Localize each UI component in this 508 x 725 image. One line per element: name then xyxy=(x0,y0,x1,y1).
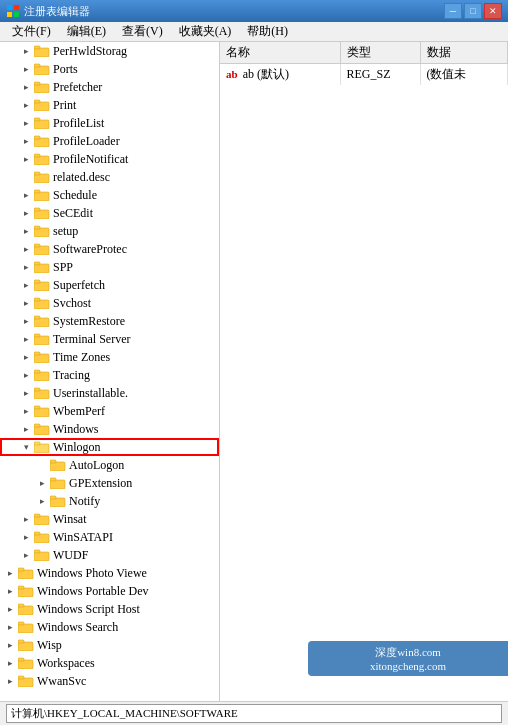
folder-icon-ProfileLoader xyxy=(34,135,50,147)
close-button[interactable]: ✕ xyxy=(484,3,502,19)
tree-label-Superfetch: Superfetch xyxy=(53,278,105,293)
tree-item-WindowsScriptHost[interactable]: ▸ Windows Script Host xyxy=(0,600,219,618)
expand-icon-GPExtension[interactable]: ▸ xyxy=(36,477,48,489)
tree-label-WindowsScriptHost: Windows Script Host xyxy=(37,602,140,617)
menu-view[interactable]: 查看(V) xyxy=(114,21,171,42)
tree-item-setup[interactable]: ▸ setup xyxy=(0,222,219,240)
expand-icon-Wisp[interactable]: ▸ xyxy=(4,639,16,651)
tree-item-WinSATAPI[interactable]: ▸ WinSATAPI xyxy=(0,528,219,546)
tree-item-Wisp[interactable]: ▸ Wisp xyxy=(0,636,219,654)
svg-rect-20 xyxy=(34,192,49,201)
tree-label-WwanSvc: WwanSvc xyxy=(37,674,86,689)
expand-icon-Terminal Server[interactable]: ▸ xyxy=(20,333,32,345)
tree-item-Schedule[interactable]: ▸ Schedule xyxy=(0,186,219,204)
minimize-button[interactable]: ─ xyxy=(444,3,462,19)
tree-item-Time Zones[interactable]: ▸ Time Zones xyxy=(0,348,219,366)
menu-help[interactable]: 帮助(H) xyxy=(239,21,296,42)
expand-icon-Workspaces[interactable]: ▸ xyxy=(4,657,16,669)
tree-item-Workspaces[interactable]: ▸ Workspaces xyxy=(0,654,219,672)
expand-icon-Superfetch[interactable]: ▸ xyxy=(20,279,32,291)
expand-icon-WindowsPhotoViewer[interactable]: ▸ xyxy=(4,567,16,579)
tree-item-ProfileNotificat[interactable]: ▸ ProfileNotificat xyxy=(0,150,219,168)
expand-icon-WinSATAPI[interactable]: ▸ xyxy=(20,531,32,543)
expand-icon-SeCEdit[interactable]: ▸ xyxy=(20,207,32,219)
tree-item-WindowsSearch[interactable]: ▸ Windows Search xyxy=(0,618,219,636)
expand-icon-Schedule[interactable]: ▸ xyxy=(20,189,32,201)
expand-icon-WUDF[interactable]: ▸ xyxy=(20,549,32,561)
expand-icon-setup[interactable]: ▸ xyxy=(20,225,32,237)
expand-icon-Svchost[interactable]: ▸ xyxy=(20,297,32,309)
expand-icon-SoftwareProtec[interactable]: ▸ xyxy=(20,243,32,255)
tree-item-SeCEdit[interactable]: ▸ SeCEdit xyxy=(0,204,219,222)
expand-icon-ProfileList[interactable]: ▸ xyxy=(20,117,32,129)
svg-rect-74 xyxy=(18,678,33,687)
folder-icon-Ports xyxy=(34,63,50,75)
folder-icon-WinSATAPI xyxy=(34,531,50,543)
folder-icon-PerHwldStorag xyxy=(34,45,50,57)
expand-icon-WwanSvc[interactable]: ▸ xyxy=(4,675,16,687)
menu-edit[interactable]: 编辑(E) xyxy=(59,21,114,42)
svg-rect-12 xyxy=(34,120,49,129)
tree-item-Windows[interactable]: ▸ Windows xyxy=(0,420,219,438)
expand-icon-Print[interactable]: ▸ xyxy=(20,99,32,111)
svg-rect-7 xyxy=(34,64,40,67)
expand-icon-WbemPerf[interactable]: ▸ xyxy=(20,405,32,417)
tree-item-Ports[interactable]: ▸ Ports xyxy=(0,60,219,78)
tree-item-WindowsPortableDev[interactable]: ▸ Windows Portable Dev xyxy=(0,582,219,600)
tree-item-PerHwldStorag[interactable]: ▸ PerHwldStorag xyxy=(0,42,219,60)
expand-icon-WindowsScriptHost[interactable]: ▸ xyxy=(4,603,16,615)
tree-item-Prefetcher[interactable]: ▸ Prefetcher xyxy=(0,78,219,96)
tree-scroll[interactable]: ▸ PerHwldStorag▸ Ports▸ Prefetcher▸ Prin… xyxy=(0,42,219,701)
expand-icon-Prefetcher[interactable]: ▸ xyxy=(20,81,32,93)
expand-icon-Userinstallable.[interactable]: ▸ xyxy=(20,387,32,399)
tree-item-SPP[interactable]: ▸ SPP xyxy=(0,258,219,276)
row-type-0: REG_SZ xyxy=(340,64,420,86)
tree-item-Userinstallable.[interactable]: ▸ Userinstallable. xyxy=(0,384,219,402)
expand-icon-ProfileNotificat[interactable]: ▸ xyxy=(20,153,32,165)
tree-item-WbemPerf[interactable]: ▸ WbemPerf xyxy=(0,402,219,420)
tree-item-Terminal Server[interactable]: ▸ Terminal Server xyxy=(0,330,219,348)
expand-icon-Winlogon[interactable]: ▾ xyxy=(20,441,32,453)
svg-rect-10 xyxy=(34,102,49,111)
window-controls[interactable]: ─ □ ✕ xyxy=(444,3,502,19)
tree-item-ProfileLoader[interactable]: ▸ ProfileLoader xyxy=(0,132,219,150)
expand-icon-Ports[interactable]: ▸ xyxy=(20,63,32,75)
svg-rect-5 xyxy=(34,46,40,49)
tree-label-Wisp: Wisp xyxy=(37,638,62,653)
expand-icon-PerHwldStorag[interactable]: ▸ xyxy=(20,45,32,57)
maximize-button[interactable]: □ xyxy=(464,3,482,19)
expand-icon-ProfileLoader[interactable]: ▸ xyxy=(20,135,32,147)
tree-item-Superfetch[interactable]: ▸ Superfetch xyxy=(0,276,219,294)
tree-item-Tracing[interactable]: ▸ Tracing xyxy=(0,366,219,384)
expand-icon-Time Zones[interactable]: ▸ xyxy=(20,351,32,363)
expand-icon-WindowsPortableDev[interactable]: ▸ xyxy=(4,585,16,597)
menu-file[interactable]: 文件(F) xyxy=(4,21,59,42)
tree-label-Winlogon: Winlogon xyxy=(53,440,101,455)
tree-item-GPExtension[interactable]: ▸ GPExtension xyxy=(0,474,219,492)
tree-item-WwanSvc[interactable]: ▸ WwanSvc xyxy=(0,672,219,690)
tree-item-AutoLogon[interactable]: AutoLogon xyxy=(0,456,219,474)
tree-item-SystemRestore[interactable]: ▸ SystemRestore xyxy=(0,312,219,330)
tree-item-Winlogon[interactable]: ▾ Winlogon xyxy=(0,438,219,456)
expand-icon-SystemRestore[interactable]: ▸ xyxy=(20,315,32,327)
folder-icon-WindowsPortableDev xyxy=(18,585,34,597)
tree-item-Svchost[interactable]: ▸ Svchost xyxy=(0,294,219,312)
expand-icon-Notify[interactable]: ▸ xyxy=(36,495,48,507)
tree-item-WUDF[interactable]: ▸ WUDF xyxy=(0,546,219,564)
svg-rect-36 xyxy=(34,336,49,345)
table-row[interactable]: ab ab (默认)REG_SZ(数值未 xyxy=(220,64,508,86)
menu-favorites[interactable]: 收藏夹(A) xyxy=(171,21,240,42)
expand-icon-Windows[interactable]: ▸ xyxy=(20,423,32,435)
right-panel: 名称 类型 数据 ab ab (默认)REG_SZ(数值未 xyxy=(220,42,508,701)
tree-item-Notify[interactable]: ▸ Notify xyxy=(0,492,219,510)
tree-item-related.desc[interactable]: related.desc xyxy=(0,168,219,186)
tree-item-WindowsPhotoViewer[interactable]: ▸ Windows Photo Viewe xyxy=(0,564,219,582)
tree-item-Print[interactable]: ▸ Print xyxy=(0,96,219,114)
tree-item-ProfileList[interactable]: ▸ ProfileList xyxy=(0,114,219,132)
expand-icon-WindowsSearch[interactable]: ▸ xyxy=(4,621,16,633)
expand-icon-SPP[interactable]: ▸ xyxy=(20,261,32,273)
expand-icon-Winsat[interactable]: ▸ xyxy=(20,513,32,525)
tree-item-Winsat[interactable]: ▸ Winsat xyxy=(0,510,219,528)
tree-item-SoftwareProtec[interactable]: ▸ SoftwareProtec xyxy=(0,240,219,258)
expand-icon-Tracing[interactable]: ▸ xyxy=(20,369,32,381)
